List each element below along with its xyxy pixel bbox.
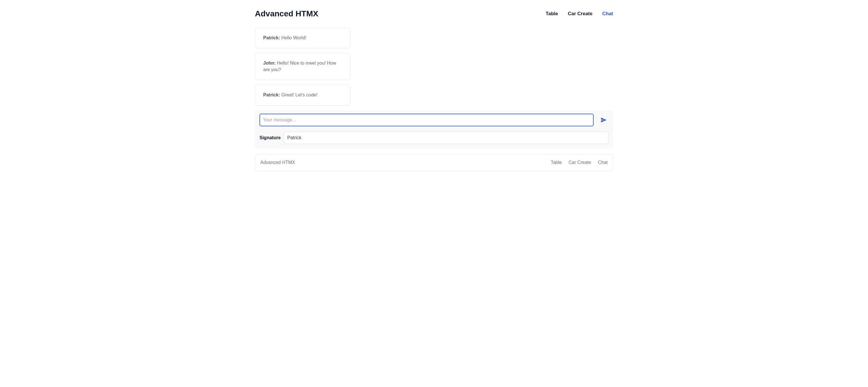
- message-input[interactable]: [259, 114, 594, 126]
- message-author: John:: [263, 61, 276, 65]
- send-button[interactable]: [599, 115, 609, 125]
- send-icon: [600, 117, 607, 123]
- message-author: Patrick:: [263, 35, 280, 40]
- signature-row: Signature: [259, 131, 609, 144]
- compose-row: [259, 114, 609, 126]
- footer-link-chat[interactable]: Chat: [598, 160, 608, 165]
- chat-message: Patrick: Great! Let's code!: [255, 85, 350, 106]
- page-title: Advanced HTMX: [255, 9, 318, 19]
- message-author: Patrick:: [263, 92, 280, 97]
- nav-link-table[interactable]: Table: [546, 11, 558, 17]
- footer: Advanced HTMX Table Car Create Chat: [255, 154, 613, 171]
- chat-area: Patrick: Hello World! John: Hello! Nice …: [255, 25, 613, 171]
- top-nav: Table Car Create Chat: [546, 11, 613, 17]
- footer-link-table[interactable]: Table: [551, 160, 562, 165]
- footer-link-car-create[interactable]: Car Create: [569, 160, 591, 165]
- nav-link-chat[interactable]: Chat: [602, 11, 613, 17]
- signature-label: Signature: [259, 135, 281, 140]
- nav-link-car-create[interactable]: Car Create: [568, 11, 592, 17]
- footer-nav: Table Car Create Chat: [551, 160, 608, 165]
- signature-input[interactable]: [284, 131, 609, 144]
- footer-brand: Advanced HTMX: [260, 160, 295, 165]
- message-text: Hello World!: [280, 35, 306, 40]
- message-text: Great! Let's code!: [280, 92, 317, 97]
- compose-area: Signature: [255, 110, 613, 149]
- chat-message: John: Hello! Nice to meet you! How are y…: [255, 53, 350, 80]
- header: Advanced HTMX Table Car Create Chat: [255, 0, 613, 25]
- chat-message: Patrick: Hello World!: [255, 28, 350, 48]
